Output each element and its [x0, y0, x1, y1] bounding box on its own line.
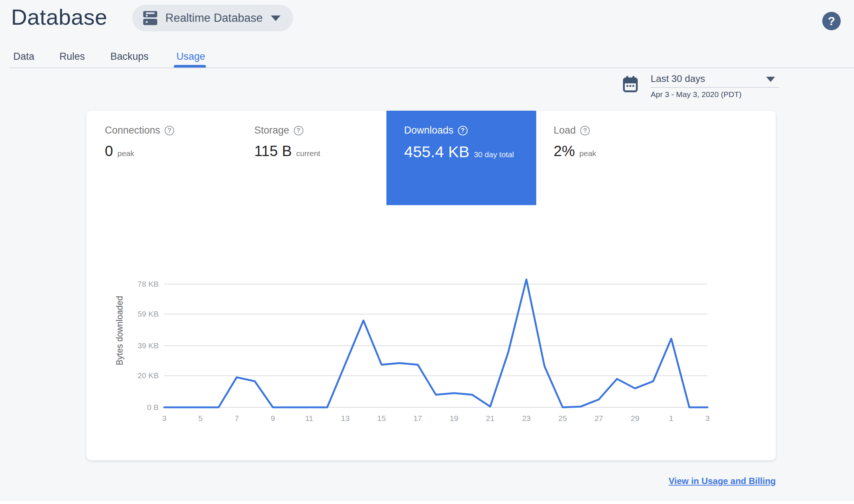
- database-usage-page: Database Realtime Database ? Data Rules …: [0, 0, 854, 504]
- x-tick-label: 29: [620, 414, 650, 423]
- view-usage-billing-link[interactable]: View in Usage and Billing: [669, 476, 776, 486]
- tab-usage[interactable]: Usage: [176, 51, 205, 62]
- x-tick-label: 3: [693, 414, 722, 423]
- x-tick-label: 15: [367, 414, 396, 423]
- tab-bar: Data Rules Backups Usage: [0, 51, 854, 69]
- page-bottom-edge: [0, 501, 854, 504]
- x-tick-label: 3: [149, 414, 179, 423]
- usage-card: Connections ? 0 peak Storage ? 115 B cur…: [86, 111, 776, 460]
- y-tick-label: 59 KB: [100, 310, 159, 318]
- instance-selector-label: Realtime Database: [165, 11, 263, 25]
- calendar-icon: [623, 76, 638, 94]
- y-tick-label: 78 KB: [100, 280, 159, 289]
- page-title: Database: [11, 4, 107, 30]
- chevron-down-icon: [271, 15, 280, 21]
- chart-canvas: [86, 111, 776, 460]
- x-tick-label: 25: [548, 414, 577, 423]
- date-range-underline: [650, 87, 779, 88]
- y-tick-label: 20 KB: [100, 371, 159, 380]
- tab-bar-divider: [9, 68, 854, 68]
- x-tick-label: 5: [186, 414, 215, 423]
- x-tick-label: 1: [657, 414, 686, 423]
- tab-backups[interactable]: Backups: [110, 51, 149, 62]
- x-tick-label: 23: [512, 414, 541, 423]
- downloads-line-chart: Bytes downloaded 0 B20 KB39 KB59 KB78 KB…: [86, 111, 776, 460]
- x-tick-label: 27: [584, 414, 614, 423]
- x-tick-label: 9: [258, 414, 287, 423]
- y-tick-label: 0 B: [100, 403, 159, 412]
- dns-icon: [143, 11, 157, 25]
- tab-rules[interactable]: Rules: [59, 51, 85, 62]
- tab-data[interactable]: Data: [13, 51, 34, 62]
- x-tick-label: 17: [403, 414, 433, 423]
- downloads-series-line: [164, 279, 707, 407]
- help-button[interactable]: ?: [822, 12, 841, 30]
- database-instance-selector[interactable]: Realtime Database: [132, 5, 293, 31]
- y-tick-label: 39 KB: [100, 341, 159, 350]
- x-tick-label: 7: [222, 414, 251, 423]
- x-tick-label: 13: [331, 414, 360, 423]
- x-tick-label: 11: [295, 414, 324, 423]
- date-range-value: Apr 3 - May 3, 2020 (PDT): [651, 90, 741, 99]
- x-tick-label: 19: [439, 414, 469, 423]
- date-range-preset[interactable]: Last 30 days: [651, 73, 705, 84]
- x-tick-label: 21: [475, 414, 505, 423]
- question-mark-icon: ?: [828, 14, 835, 28]
- chevron-down-icon: [766, 77, 775, 82]
